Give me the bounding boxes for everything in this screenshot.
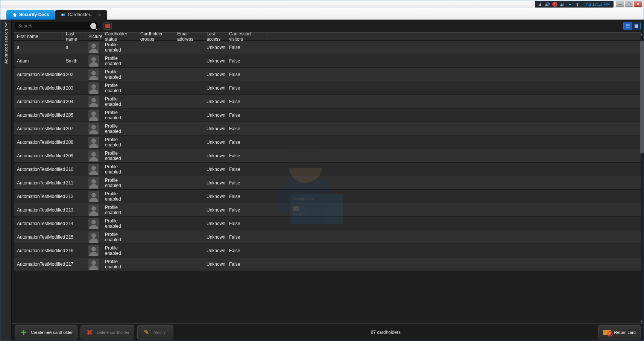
cell-escort: False	[226, 126, 267, 131]
delete-cardholder-button[interactable]: ✖ Delete cardholder	[80, 325, 134, 339]
cell-first-name: AutomationTestModified	[14, 207, 63, 213]
cell-first-name: AutomationTestModified	[14, 221, 63, 226]
cell-status: Profile enabled	[102, 83, 137, 93]
cell-last-access: Unknown	[204, 85, 226, 91]
scroll-down-icon[interactable]: ▼	[640, 320, 644, 323]
tiles-icon: ▦	[634, 23, 638, 29]
scroll-up-icon[interactable]: ▲	[640, 32, 644, 36]
cell-last-name: 203	[63, 85, 85, 91]
col-last-name[interactable]: Last name	[63, 33, 85, 40]
search-icon[interactable]	[90, 23, 96, 29]
volume-icon[interactable]: 🔉	[560, 2, 565, 7]
table-row[interactable]: AutomationTestModified210Profile enabled…	[14, 163, 641, 176]
expand-chevron-icon[interactable]: ❯	[4, 22, 8, 27]
cell-status: Profile enabled	[102, 178, 137, 188]
search-box[interactable]	[15, 22, 98, 30]
cell-first-name: AutomationTestModified	[14, 99, 63, 104]
cell-first-name: AutomationTestModified	[14, 262, 63, 267]
tab-close-icon[interactable]: ×	[98, 12, 101, 18]
alert-badge-icon[interactable]: 1	[552, 2, 557, 7]
table-row[interactable]: AutomationTestModified212Profile enabled…	[14, 190, 641, 203]
table-row[interactable]: AutomationTestModified216Profile enabled…	[14, 244, 641, 257]
create-cardholder-label: Create new cardholder	[31, 330, 73, 335]
cell-picture	[85, 191, 102, 202]
col-groups[interactable]: Cardholder groups	[137, 33, 174, 40]
col-escort[interactable]: Can escort visitors	[226, 33, 267, 40]
cell-picture	[85, 150, 102, 161]
table-row[interactable]: AutomationTestModified211Profile enabled…	[14, 176, 641, 190]
cell-last-name: 212	[63, 194, 85, 199]
cell-last-name: 205	[63, 113, 85, 118]
globe-icon[interactable]: ●	[567, 2, 573, 7]
app-body: ❯ Advanced search ☰ ▦	[0, 20, 644, 341]
cell-escort: False	[226, 234, 267, 240]
battery-icon[interactable]: ▮	[575, 2, 580, 7]
cell-picture	[85, 231, 102, 243]
credentials-button[interactable]	[103, 22, 112, 30]
scrollbar-thumb[interactable]	[640, 41, 644, 154]
return-card-button[interactable]: Return card	[598, 325, 641, 339]
close-button[interactable]: ✕	[634, 2, 642, 7]
tab-cardholders[interactable]: Cardholder... ×	[55, 10, 107, 20]
avatar-icon	[88, 177, 99, 189]
search-input[interactable]	[18, 23, 90, 29]
return-card-icon	[603, 328, 611, 336]
cell-escort: False	[226, 72, 267, 77]
cell-picture	[85, 164, 102, 175]
speaker-icon[interactable]: 🔊	[545, 2, 550, 7]
tile-view-button[interactable]: ▦	[632, 22, 640, 30]
col-first-name[interactable]: First name	[14, 33, 63, 40]
advanced-search-label: Advanced search	[4, 29, 8, 64]
cell-last-name: 213	[63, 207, 85, 213]
cell-escort: False	[226, 180, 267, 186]
table-row[interactable]: AutomationTestModified204Profile enabled…	[14, 95, 641, 108]
col-picture[interactable]: Picture	[85, 33, 102, 40]
table-row[interactable]: AutomationTestModified205Profile enabled…	[14, 108, 641, 122]
cell-picture	[85, 110, 102, 121]
avatar-icon	[88, 204, 99, 216]
table-row[interactable]: AutomationTestModified202Profile enabled…	[14, 68, 641, 81]
table-row[interactable]: AutomationTestModified213Profile enabled…	[14, 203, 641, 217]
cell-last-access: Unknown	[204, 180, 226, 186]
create-cardholder-button[interactable]: + Create new cardholder	[15, 325, 77, 339]
table-row[interactable]: AutomationTestModified207Profile enabled…	[14, 122, 641, 135]
table-row[interactable]: AutomationTestModified215Profile enabled…	[14, 230, 641, 244]
table-row[interactable]: AutomationTestModified217Profile enabled…	[14, 257, 641, 271]
table-row[interactable]: AutomationTestModified208Profile enabled…	[14, 135, 641, 149]
table-row[interactable]: AutomationTestModified203Profile enabled…	[14, 81, 641, 95]
grid-header: First name Last name Picture Cardholder …	[14, 32, 641, 41]
window-titlebar: 🖥 🔊 1 🔉 ● ▮ Thu 12:13 PM — ☐ ✕	[0, 0, 644, 8]
advanced-search-rail[interactable]: ❯ Advanced search	[0, 20, 12, 341]
avatar-icon	[88, 150, 99, 161]
table-row[interactable]: aaProfile enabledUnknownFalse	[14, 41, 641, 54]
cell-escort: False	[226, 45, 267, 50]
cell-last-access: Unknown	[204, 58, 226, 64]
cell-status: Profile enabled	[102, 151, 137, 161]
table-row[interactable]: AdamSmithProfile enabledUnknownFalse	[14, 54, 641, 68]
col-email[interactable]: Email address	[174, 33, 204, 40]
cell-last-name: Smith	[63, 58, 85, 64]
cell-first-name: Adam	[14, 58, 63, 64]
table-row[interactable]: AutomationTestModified214Profile enabled…	[14, 217, 641, 230]
tab-home[interactable]: Security Desk	[6, 10, 55, 20]
cell-first-name: AutomationTestModified	[14, 248, 63, 253]
cell-status: Profile enabled	[102, 218, 137, 229]
plus-icon: +	[20, 328, 28, 336]
monitor-icon[interactable]: 🖥	[537, 2, 542, 7]
cell-status: Profile enabled	[102, 164, 137, 175]
list-view-button[interactable]: ☰	[624, 22, 632, 30]
cell-picture	[85, 69, 102, 80]
minimize-button[interactable]: —	[616, 2, 624, 7]
col-last-access[interactable]: Last access	[204, 33, 226, 40]
table-row[interactable]: AutomationTestModified209Profile enabled…	[14, 149, 641, 163]
cell-last-name: 209	[63, 153, 85, 158]
view-toggle: ☰ ▦	[623, 22, 641, 30]
cell-status: Profile enabled	[102, 137, 137, 148]
maximize-button[interactable]: ☐	[625, 2, 633, 7]
avatar-icon	[88, 96, 99, 107]
modify-button[interactable]: ✎ Modify	[137, 325, 173, 339]
col-status[interactable]: Cardholder status	[102, 33, 137, 40]
tab-home-label: Security Desk	[19, 12, 49, 17]
cell-status: Profile enabled	[102, 191, 137, 202]
system-tray: 🖥 🔊 1 🔉 ● ▮ Thu 12:13 PM	[535, 1, 614, 8]
